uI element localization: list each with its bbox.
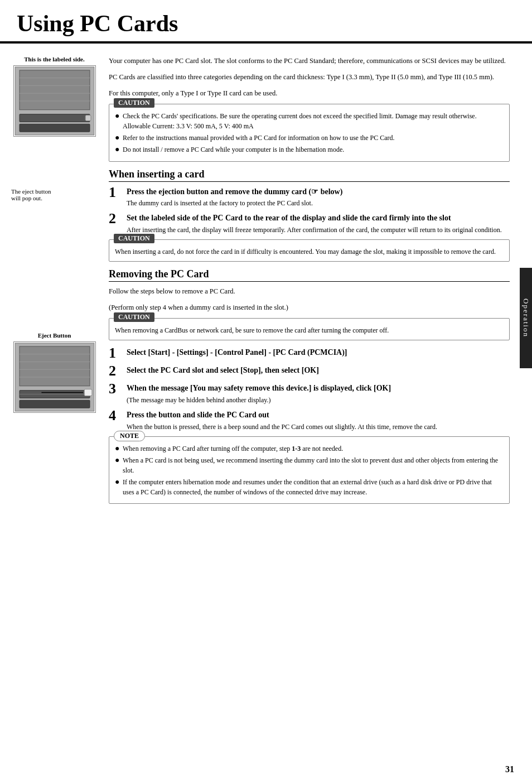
remove-step-3-number: 3	[109, 382, 124, 396]
svg-rect-8	[85, 115, 91, 121]
svg-rect-16	[20, 400, 90, 408]
remove-step-4: 4 Press the button and slide the PC Card…	[109, 410, 510, 432]
removing-intro1: Follow the steps below to remove a PC Ca…	[109, 286, 510, 297]
note-bullet-2: ● When a PC card is not being used, we r…	[115, 455, 504, 475]
note-content: ● When removing a PC Card after turning …	[115, 444, 504, 497]
remove-step-4-content: Press the button and slide the PC Card o…	[127, 410, 510, 432]
remove-step-2-number: 2	[109, 364, 124, 378]
remove-step-2-title: Select the PC Card slot and select [Stop…	[127, 365, 510, 376]
svg-rect-1	[20, 70, 90, 110]
intro-para3: For this computer, only a Type I or Type…	[109, 88, 510, 99]
removing-heading: Removing the PC Card	[109, 268, 510, 282]
svg-rect-6	[20, 114, 90, 122]
caution-label-1: CAUTION	[114, 98, 154, 108]
insert-step-2-content: Set the labeled side of the PC Card to t…	[127, 213, 510, 235]
caution-content-3: When removing a CardBus or network card,…	[115, 325, 504, 335]
caution1-bullet-2: ● Refer to the instructions manual provi…	[115, 133, 504, 143]
caution-box-3: CAUTION When removing a CardBus or netwo…	[109, 318, 510, 340]
remove-step-2-content: Select the PC Card slot and select [Stop…	[127, 365, 510, 376]
remove-step-3: 3 When the message [You may safety remov…	[109, 383, 510, 405]
when-inserting-heading: When inserting a card	[109, 168, 510, 182]
removing-intro2: (Perform only step 4 when a dummy card i…	[109, 302, 510, 313]
eject-button-image	[11, 341, 98, 413]
intro-para1: Your computer has one PC Card slot. The …	[109, 56, 510, 66]
remove-step-3-body: (The message may be hidden behind anothe…	[127, 395, 510, 405]
caution-label-2: CAUTION	[114, 234, 154, 243]
page-number: 31	[505, 764, 514, 774]
caution-box-2: CAUTION When inserting a card, do not fo…	[109, 239, 510, 262]
remove-step-1-number: 1	[109, 346, 124, 360]
insert-step-1-title: Press the ejection button and remove the…	[127, 186, 510, 198]
remove-step-2: 2 Select the PC Card slot and select [St…	[109, 365, 510, 378]
insert-step-2-title: Set the labeled side of the PC Card to t…	[127, 213, 510, 224]
caution-content-2: When inserting a card, do not force the …	[115, 247, 504, 257]
right-column: Your computer has one PC Card slot. The …	[103, 50, 532, 516]
intro-para2: PC Cards are classified into three categ…	[109, 72, 510, 83]
caution1-bullet-1: ● Check the PC Cards' specifications. Be…	[115, 111, 504, 131]
remove-step-1: 1 Select [Start] - [Settings] - [Control…	[109, 347, 510, 360]
remove-step-3-content: When the message [You may safety remove …	[127, 383, 510, 405]
insert-step-2: 2 Set the labeled side of the PC Card to…	[109, 213, 510, 235]
left-column: This is the labeled side.	[0, 50, 103, 516]
labeled-side-label: This is the labeled side.	[11, 56, 98, 62]
insert-step-2-body: After inserting the card, the display wi…	[127, 225, 510, 235]
note-box: NOTE ● When removing a PC Card after tur…	[109, 436, 510, 504]
caution-label-3: CAUTION	[114, 312, 154, 322]
page-title: Using PC Cards	[0, 0, 532, 42]
operation-tab: Operation	[520, 268, 532, 368]
remove-step-1-title: Select [Start] - [Settings] - [Control P…	[127, 347, 510, 358]
remove-step-4-number: 4	[109, 408, 124, 423]
labeled-side-image	[11, 65, 98, 137]
remove-step-4-body: When the button is pressed, there is a b…	[127, 422, 510, 432]
caution-content-1: ● Check the PC Cards' specifications. Be…	[115, 111, 504, 155]
svg-rect-10	[20, 346, 90, 386]
note-bullet-1: ● When removing a PC Card after turning …	[115, 444, 504, 454]
caution1-bullet-3: ● Do not install / remove a PC Card whil…	[115, 145, 504, 155]
eject-button-label: The eject button will pop out.	[11, 188, 98, 201]
remove-step-4-title: Press the button and slide the PC Card o…	[127, 410, 510, 421]
note-bullet-3: ● If the computer enters hibernation mod…	[115, 477, 504, 497]
eject-button-top-label: Eject Button	[11, 332, 98, 339]
remove-step-1-content: Select [Start] - [Settings] - [Control P…	[127, 347, 510, 358]
note-label: NOTE	[114, 431, 145, 441]
insert-step-1-body: The dummy card is inserted at the factor…	[127, 198, 510, 208]
remove-step-3-title: When the message [You may safety remove …	[127, 383, 510, 394]
page: Using PC Cards Operation This is the lab…	[0, 0, 532, 780]
svg-rect-17	[84, 389, 92, 396]
insert-step-2-number: 2	[109, 211, 124, 226]
caution-box-1: CAUTION ● Check the PC Cards' specificat…	[109, 104, 510, 161]
insert-step-1: 1 Press the ejection button and remove t…	[109, 186, 510, 209]
insert-step-1-content: Press the ejection button and remove the…	[127, 186, 510, 209]
svg-rect-7	[20, 124, 90, 132]
insert-step-1-number: 1	[109, 185, 124, 200]
main-content: This is the labeled side.	[0, 50, 532, 516]
